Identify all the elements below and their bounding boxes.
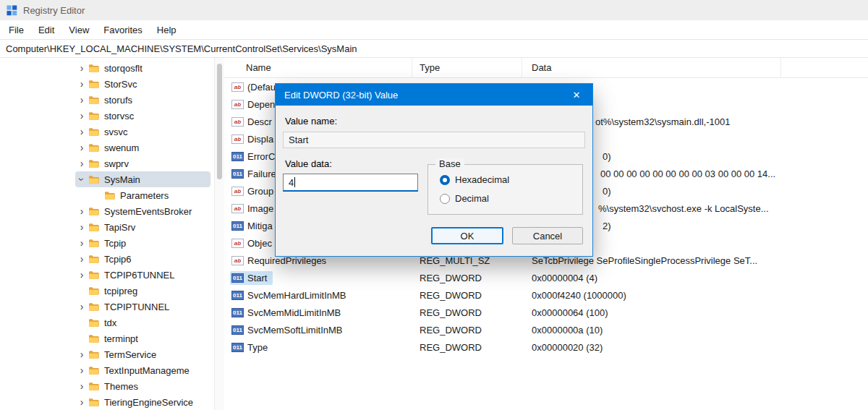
cancel-button[interactable]: Cancel bbox=[512, 227, 583, 244]
base-groupbox: Base Hexadecimal Decimal bbox=[427, 164, 583, 215]
tree-item-swprv[interactable]: ›swprv bbox=[0, 155, 214, 171]
chevron-right-icon[interactable]: › bbox=[75, 109, 88, 122]
tree-item-tdx[interactable]: tdx bbox=[0, 315, 214, 330]
chevron-right-icon[interactable]: › bbox=[75, 157, 88, 170]
tree-item-svsvc[interactable]: ›svsvc bbox=[0, 124, 214, 140]
value-row-Start[interactable]: 011StartREG_DWORD0x00000004 (4) bbox=[224, 269, 868, 286]
folder-icon bbox=[88, 286, 100, 296]
string-value-icon: ab bbox=[231, 117, 244, 127]
folder-icon bbox=[88, 318, 100, 328]
tree-item-Themes[interactable]: ›Themes bbox=[0, 378, 214, 394]
column-header-data[interactable]: Data bbox=[522, 58, 781, 77]
menu-help[interactable]: Help bbox=[150, 22, 184, 38]
tree-item-TCPIP6TUNNEL[interactable]: ›TCPIP6TUNNEL bbox=[0, 267, 214, 283]
value-name-label: Mitiga bbox=[247, 221, 273, 231]
chevron-right-icon[interactable]: › bbox=[75, 268, 88, 281]
menu-favorites[interactable]: Favorites bbox=[96, 22, 149, 38]
value-name-label: SvcMemHardLimitInMB bbox=[247, 290, 346, 301]
tree-item-Tcpip6[interactable]: ›Tcpip6 bbox=[0, 251, 214, 267]
tree-item-SysMain[interactable]: ›SysMain bbox=[0, 171, 214, 187]
tree-item-storufs[interactable]: ›storufs bbox=[0, 92, 214, 108]
tree-item-label: storvsc bbox=[104, 111, 134, 121]
value-row-SvcMemHardLimitInMB[interactable]: 011SvcMemHardLimitInMBREG_DWORD0x000f424… bbox=[224, 286, 868, 304]
dword-value-icon: 011 bbox=[231, 169, 244, 179]
chevron-right-icon[interactable]: › bbox=[75, 364, 88, 377]
chevron-right-icon[interactable]: › bbox=[75, 77, 88, 90]
folder-icon bbox=[88, 223, 100, 232]
chevron-right-icon[interactable]: › bbox=[75, 348, 88, 361]
value-name-cell: 011SvcMemMidLimitInMB bbox=[224, 304, 412, 321]
string-value-icon: ab bbox=[231, 239, 244, 248]
tree-item-SystemEventsBroker[interactable]: ›SystemEventsBroker bbox=[0, 203, 214, 219]
value-data-input[interactable]: 4 bbox=[283, 174, 418, 192]
value-row-SvcMemMidLimitInMB[interactable]: 011SvcMemMidLimitInMBREG_DWORD0x00000064… bbox=[224, 304, 868, 321]
radio-selected-icon bbox=[440, 175, 450, 185]
ok-button[interactable]: OK bbox=[431, 227, 503, 244]
chevron-right-icon[interactable]: › bbox=[75, 125, 88, 138]
value-type-cell: REG_DWORD bbox=[412, 321, 522, 338]
chevron-right-icon[interactable]: › bbox=[75, 205, 88, 218]
tree-item-label: storufs bbox=[104, 95, 132, 106]
radio-decimal[interactable]: Decimal bbox=[440, 193, 489, 204]
chevron-right-icon[interactable]: › bbox=[75, 221, 88, 234]
chevron-right-icon[interactable]: › bbox=[75, 300, 88, 313]
tree-item-swenum[interactable]: ›swenum bbox=[0, 140, 214, 155]
tree-item-label: TieringEngineService bbox=[104, 397, 193, 408]
value-chip: 011ErrorC bbox=[230, 150, 281, 163]
column-header-label: Name bbox=[246, 62, 271, 73]
value-name-label: (Defaul bbox=[247, 82, 278, 93]
close-icon[interactable]: ✕ bbox=[561, 84, 592, 106]
tree-item-Parameters[interactable]: Parameters bbox=[0, 187, 214, 203]
string-value-icon: ab bbox=[231, 204, 244, 213]
tree-item-label: TermService bbox=[104, 349, 156, 360]
menu-view[interactable]: View bbox=[61, 22, 96, 38]
address-path: Computer\HKEY_LOCAL_MACHINE\SYSTEM\Curre… bbox=[6, 43, 357, 54]
chevron-right-icon[interactable]: › bbox=[75, 380, 88, 393]
chevron-down-icon[interactable]: › bbox=[75, 173, 88, 186]
column-header-type[interactable]: Type bbox=[412, 58, 522, 77]
chevron-right-icon[interactable]: › bbox=[75, 141, 88, 154]
chevron-right-icon[interactable]: › bbox=[75, 93, 88, 106]
tree-item-TieringEngineService[interactable]: ›TieringEngineService bbox=[0, 394, 214, 410]
radio-hexadecimal[interactable]: Hexadecimal bbox=[440, 174, 509, 185]
dword-value-icon: 011 bbox=[231, 221, 244, 231]
column-header-name[interactable]: Name bbox=[224, 58, 412, 77]
folder-icon bbox=[88, 207, 100, 216]
scrollbar-thumb[interactable] bbox=[217, 64, 222, 179]
tree-item-storvsc[interactable]: ›storvsc bbox=[0, 108, 214, 124]
registry-app-icon bbox=[7, 5, 17, 16]
value-name-label: Depen bbox=[247, 99, 275, 110]
chevron-right-icon[interactable]: › bbox=[75, 252, 88, 265]
value-data-cell: 0x00000064 (100) bbox=[522, 304, 781, 321]
tree-item-TermService[interactable]: ›TermService bbox=[0, 346, 214, 362]
address-bar[interactable]: Computer\HKEY_LOCAL_MACHINE\SYSTEM\Curre… bbox=[0, 39, 868, 58]
tree-item-StorSvc[interactable]: ›StorSvc bbox=[0, 76, 214, 92]
value-name-label: SvcMemMidLimitInMB bbox=[247, 307, 341, 318]
value-name-field[interactable]: Start bbox=[283, 132, 585, 148]
tree-scrollbar[interactable] bbox=[214, 58, 224, 410]
string-value-icon: ab bbox=[231, 256, 244, 265]
value-name-label: Start bbox=[247, 273, 267, 283]
tree-item-Tcpip[interactable]: ›Tcpip bbox=[0, 235, 214, 251]
value-data-cell: 0x00000020 (32) bbox=[522, 338, 781, 356]
chevron-right-icon[interactable]: › bbox=[75, 61, 88, 74]
value-row-Type[interactable]: 011TypeREG_DWORD0x00000020 (32) bbox=[224, 338, 868, 356]
chevron-right-icon[interactable]: › bbox=[75, 236, 88, 249]
value-name-cell: 011SvcMemHardLimitInMB bbox=[224, 286, 412, 304]
value-chip: abDispla bbox=[230, 132, 279, 146]
dialog-title: Edit DWORD (32-bit) Value bbox=[284, 90, 398, 101]
tree-item-TextInputManageme[interactable]: ›TextInputManageme bbox=[0, 362, 214, 378]
column-header-label: Type bbox=[420, 62, 440, 73]
tree-item-storqosflt[interactable]: ›storqosflt bbox=[0, 60, 214, 76]
tree-item-label: swprv bbox=[104, 158, 129, 169]
tree-item-tcpipreg[interactable]: tcpipreg bbox=[0, 283, 214, 299]
menu-file[interactable]: File bbox=[1, 22, 31, 38]
value-data-cell: 0x0000000a (10) bbox=[522, 321, 781, 338]
value-row-SvcMemSoftLimitInMB[interactable]: 011SvcMemSoftLimitInMBREG_DWORD0x0000000… bbox=[224, 321, 868, 338]
folder-icon bbox=[88, 64, 100, 73]
tree-item-terminpt[interactable]: terminpt bbox=[0, 330, 214, 346]
tree-item-TCPIPTUNNEL[interactable]: ›TCPIPTUNNEL bbox=[0, 299, 214, 315]
tree-item-TapiSrv[interactable]: ›TapiSrv bbox=[0, 219, 214, 235]
menu-edit[interactable]: Edit bbox=[31, 22, 61, 38]
chevron-right-icon[interactable]: › bbox=[75, 396, 88, 409]
